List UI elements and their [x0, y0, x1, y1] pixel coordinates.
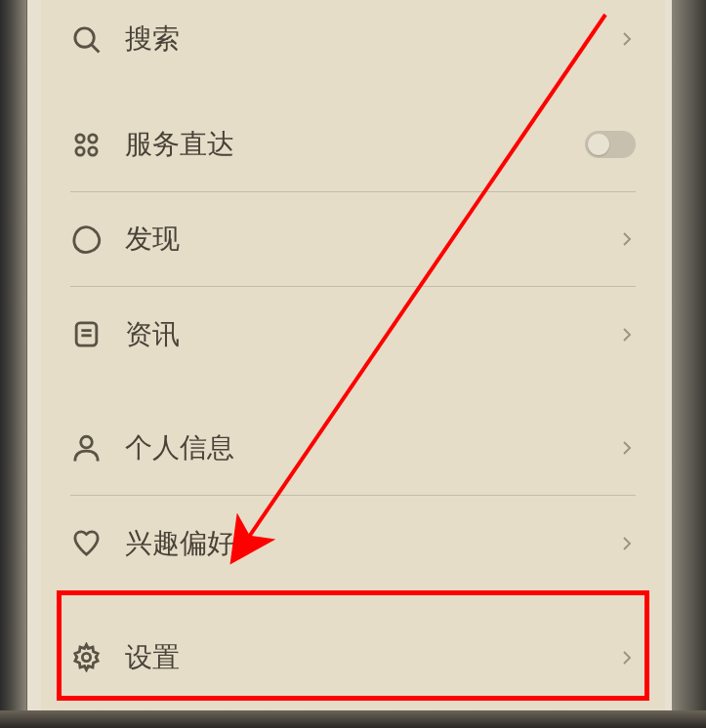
- menu-item-settings[interactable]: 设置: [70, 610, 636, 705]
- document-icon: [70, 319, 102, 350]
- group-separator: [70, 78, 636, 98]
- chevron-right-icon: [618, 439, 636, 457]
- menu-item-shortcuts[interactable]: 服务直达: [70, 98, 636, 192]
- chevron-right-icon: [618, 535, 636, 552]
- menu-item-label: 个人信息: [125, 429, 618, 466]
- menu-item-profile[interactable]: 个人信息: [70, 401, 636, 496]
- toggle-switch[interactable]: [585, 131, 636, 158]
- phone-bezel-right: [672, 0, 706, 728]
- menu-item-search[interactable]: 搜索: [70, 0, 636, 78]
- svg-point-10: [82, 653, 90, 661]
- heart-icon: [70, 528, 102, 559]
- chevron-right-icon: [618, 30, 636, 48]
- svg-point-0: [74, 27, 93, 46]
- chevron-right-icon: [618, 649, 636, 667]
- gear-icon: [70, 642, 102, 673]
- svg-point-2: [75, 134, 83, 142]
- menu-item-label: 资讯: [125, 316, 618, 353]
- person-icon: [70, 432, 102, 464]
- menu-item-label: 设置: [125, 639, 618, 676]
- menu-item-label: 发现: [125, 221, 618, 258]
- chevron-right-icon: [618, 230, 636, 248]
- grid-icon: [70, 129, 102, 160]
- search-icon: [70, 23, 102, 55]
- group-separator: [70, 382, 636, 401]
- menu-item-discover[interactable]: 发现: [70, 192, 636, 287]
- chevron-right-icon: [618, 326, 636, 344]
- menu-item-label: 服务直达: [125, 126, 585, 163]
- settings-menu-list: 搜索 服务直达 发现: [41, 0, 665, 705]
- screen-area: 搜索 服务直达 发现: [41, 0, 665, 710]
- svg-point-4: [75, 146, 83, 154]
- group-separator: [70, 590, 636, 610]
- phone-bezel-left: [0, 0, 27, 728]
- menu-item-interests[interactable]: 兴趣偏好: [70, 496, 636, 590]
- svg-point-5: [88, 146, 96, 154]
- svg-point-9: [80, 436, 92, 448]
- menu-item-label: 搜索: [125, 20, 618, 58]
- svg-point-3: [88, 134, 96, 142]
- menu-item-label: 兴趣偏好: [125, 525, 618, 562]
- phone-bezel-bottom: [0, 710, 706, 728]
- menu-item-news[interactable]: 资讯: [70, 287, 636, 382]
- compass-icon: [70, 223, 102, 255]
- svg-line-1: [91, 44, 99, 52]
